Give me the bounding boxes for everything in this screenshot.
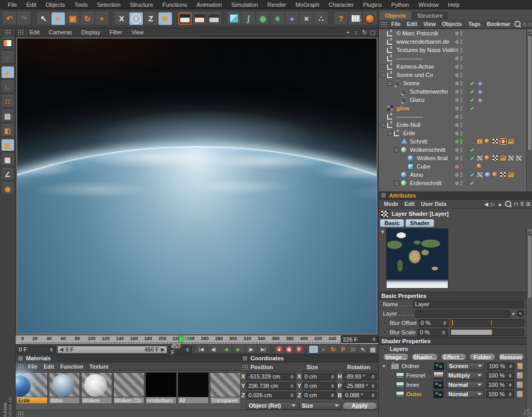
viewport-menu-edit[interactable]: Edit: [25, 28, 44, 37]
tab-objects[interactable]: Objects: [380, 11, 411, 20]
anim-dot-icon[interactable]: [383, 321, 387, 325]
back-icon[interactable]: ◀: [484, 201, 488, 207]
menu-structure[interactable]: Structure: [125, 0, 158, 9]
visibility-dots[interactable]: [460, 156, 462, 161]
tree-row-kamera-achse[interactable]: +Kamera-Achse: [379, 62, 526, 71]
viewport-menu-display[interactable]: Display: [77, 28, 105, 37]
material-renderbaro[interactable]: renderbaro: [145, 372, 177, 404]
redo-icon[interactable]: ↷: [17, 12, 31, 25]
blur-scale-field[interactable]: 0 %: [418, 329, 448, 336]
tag-display-icon[interactable]: [476, 138, 483, 145]
layer-dot[interactable]: [455, 107, 459, 110]
lock-x-axis-icon[interactable]: X: [115, 12, 128, 25]
rotation-h-field[interactable]: -89.93 °: [343, 373, 377, 381]
tag-target-icon[interactable]: ◈: [476, 88, 484, 95]
visibility-dots[interactable]: [460, 81, 462, 86]
enable-checkmark[interactable]: ✔: [468, 89, 476, 95]
layer-pick-icon[interactable]: ↖: [517, 310, 524, 317]
position-x-field[interactable]: -515.329 cm: [246, 373, 296, 381]
folder-button[interactable]: Folder: [469, 353, 495, 361]
lock-icon[interactable]: ⊓: [514, 201, 518, 207]
previous-key-button[interactable]: ◀|: [208, 345, 219, 354]
tag-target-icon[interactable]: ◈: [476, 80, 484, 86]
key-parameter-toggle[interactable]: P: [339, 345, 348, 354]
layer-dot[interactable]: [455, 98, 459, 102]
tag-stripe-icon[interactable]: [476, 172, 483, 178]
attributes-menu-edit[interactable]: Edit: [401, 199, 418, 208]
shader-layer-outer[interactable]: OuterNormal100 %: [379, 389, 526, 399]
menu-functions[interactable]: Functions: [158, 0, 192, 9]
menu-character[interactable]: Character: [324, 0, 358, 9]
blur-offset-field[interactable]: 0 %: [419, 319, 449, 327]
objects-menu-tags[interactable]: Tags: [465, 19, 484, 29]
workplane-mode-icon[interactable]: ∠: [2, 168, 14, 180]
layer-name[interactable]: Ordner: [402, 363, 432, 369]
anim-dot-icon[interactable]: [383, 347, 387, 351]
add-modifier-icon[interactable]: ∗: [271, 12, 284, 25]
material-transparen[interactable]: Transparen: [210, 372, 240, 404]
enable-checkmark[interactable]: ✔: [468, 155, 476, 161]
tag-render-icon[interactable]: [508, 172, 514, 178]
opacity-field[interactable]: 100 %: [486, 372, 514, 380]
collapse-icon[interactable]: −: [394, 148, 399, 152]
material-erde[interactable]: Erde: [17, 372, 48, 404]
menu-help[interactable]: Help: [443, 0, 464, 9]
tree-row-www-renderbaron-de[interactable]: www.renderbaron.de: [379, 37, 526, 46]
layout-palette-icon[interactable]: [2, 37, 14, 49]
size-y-field[interactable]: 0 cm: [302, 382, 337, 390]
layer-dot[interactable]: [455, 157, 459, 160]
attributes-menu-mode[interactable]: Mode: [381, 199, 401, 208]
layer-dot[interactable]: [455, 48, 459, 52]
layer-dot[interactable]: [455, 181, 459, 185]
size-x-field[interactable]: 0 cm: [302, 373, 337, 381]
coordinates-titlebar[interactable]: Coordinates: [240, 355, 378, 362]
anim-dot-icon[interactable]: [383, 330, 387, 334]
material-thumbnail[interactable]: [81, 372, 112, 397]
material-thumbnail[interactable]: [113, 372, 144, 397]
tree-row-atmo[interactable]: Atmo✔: [379, 171, 526, 179]
tree-row-sonne-und-co[interactable]: −Sonne und Co: [379, 71, 526, 79]
material-thumbnail[interactable]: [178, 372, 209, 397]
add-primitive-cube-icon[interactable]: [227, 12, 241, 25]
visibility-dots[interactable]: [460, 48, 462, 53]
coordinate-system-icon[interactable]: ⊕: [158, 12, 172, 25]
make-editable-icon[interactable]: ↺: [2, 51, 14, 64]
tag-dot-icon[interactable]: [484, 138, 491, 145]
key-auto-toggle[interactable]: ↖: [358, 345, 367, 354]
material-all[interactable]: All: [178, 372, 209, 404]
visibility-dots[interactable]: [460, 123, 462, 127]
visibility-dots[interactable]: [460, 164, 462, 169]
coord-size-dropdown[interactable]: Size: [299, 402, 341, 410]
effect-button[interactable]: Effect...: [441, 353, 467, 361]
layer-thumbnail[interactable]: [434, 362, 444, 370]
tag-checker-icon[interactable]: [500, 172, 507, 178]
visibility-dots[interactable]: [460, 56, 462, 61]
layer-dot[interactable]: [455, 148, 459, 152]
rotation-p-field[interactable]: -25.889 °: [343, 382, 377, 390]
materials-menu-texture[interactable]: Texture: [86, 362, 112, 371]
name-field[interactable]: Layer: [413, 301, 524, 308]
objects-menu-grip[interactable]: [381, 21, 387, 27]
menu-simulation[interactable]: Simulation: [227, 0, 262, 9]
materials-menu-grip[interactable]: [18, 364, 24, 369]
window-icon[interactable]: [242, 356, 248, 361]
rotate-tool-icon[interactable]: ↻: [81, 12, 94, 25]
attr-tab-basic[interactable]: Basic: [380, 219, 404, 227]
timeline-ruler[interactable]: 0204060801001201401601802002202402602803…: [16, 335, 378, 345]
blur-scale-slider[interactable]: [450, 329, 524, 336]
menu-python[interactable]: Python: [387, 0, 414, 9]
opacity-slider[interactable]: [516, 390, 523, 398]
layer-dot[interactable]: [455, 173, 459, 177]
objects-menu-bookmar[interactable]: Bookmar: [484, 19, 514, 29]
viewport-menu-grip[interactable]: [18, 30, 24, 35]
layer-name[interactable]: Inner: [406, 382, 431, 388]
tag-render-icon[interactable]: [508, 138, 514, 145]
visibility-dots[interactable]: [460, 98, 462, 102]
opacity-slider[interactable]: [517, 362, 523, 370]
blend-mode-dropdown[interactable]: Screen: [446, 362, 485, 370]
attributes-scrollbar[interactable]: ▲ ▼: [526, 228, 532, 417]
opacity-field[interactable]: 100 %: [487, 362, 515, 370]
tag-dot-icon[interactable]: [476, 163, 483, 170]
search-icon[interactable]: [505, 201, 511, 207]
enable-checkmark[interactable]: ✔: [468, 81, 476, 86]
